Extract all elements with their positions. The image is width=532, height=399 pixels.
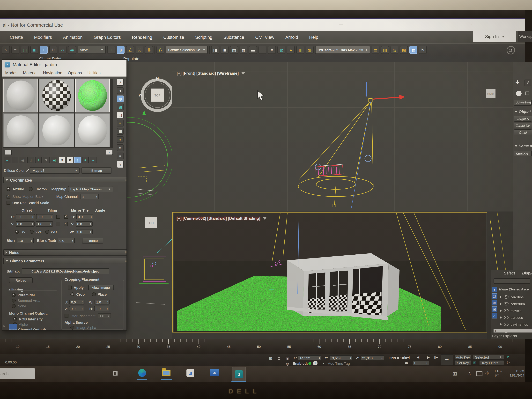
make-preview-icon[interactable]: ▦ [117, 128, 124, 135]
w-angle-field[interactable]: 0.0 [76, 229, 93, 234]
viewport-filter-icon[interactable] [241, 72, 245, 75]
layer-row[interactable]: moveis [500, 307, 532, 314]
align-icon[interactable]: ▣ [221, 46, 228, 54]
selected-key-dropdown[interactable]: Selected ▼ [473, 355, 504, 360]
create[interactable]: Create [8, 34, 24, 40]
backlight-icon[interactable]: ◍ [117, 95, 124, 102]
coordinates-rollout-header[interactable]: Coordinates ⠿ [3, 177, 127, 183]
render-setup-icon[interactable]: ◒ [287, 46, 295, 54]
go-to-start-button[interactable]: |◀◀ [404, 356, 409, 359]
expand-arrow-icon[interactable] [500, 316, 502, 319]
save-material-icon[interactable]: ▣ [51, 157, 57, 163]
visibility-eye-icon[interactable] [504, 316, 508, 319]
shapes-category-icon[interactable]: ❏ [525, 91, 529, 96]
selection-lock-icon[interactable]: ⊠ [276, 355, 282, 361]
texture-radio[interactable] [6, 187, 10, 191]
slots-scroll-up[interactable]: ∧ [117, 79, 124, 86]
clock-indicator[interactable]: 10:36 12/11/2024 [507, 368, 524, 378]
customize[interactable]: Customize [162, 34, 185, 40]
bitmap-params-rollout-header[interactable]: Bitmap Parameters ⠿ [3, 258, 127, 264]
v-mirror-checkbox[interactable] [56, 222, 60, 226]
auto-key-button[interactable]: Auto Key [454, 355, 471, 360]
ribbon-toggle-icon[interactable]: ▬ [249, 46, 257, 54]
display-geometry-icon[interactable]: ● [492, 287, 497, 292]
slots-scroll-down[interactable]: ∨ [117, 161, 124, 168]
maxscript-mini-listener-icon[interactable] [9, 324, 17, 329]
crossing-selection-icon[interactable]: ▣ [30, 46, 38, 54]
summed-area-radio[interactable] [12, 299, 16, 303]
language-indicator[interactable]: ENG PT [495, 368, 502, 378]
selection-set-dropdown[interactable]: Create Selection Se ▼ [166, 46, 208, 54]
assign-material-icon[interactable]: ◉ [19, 157, 26, 163]
background-icon[interactable]: ▩ [117, 104, 124, 110]
show-end-result-icon[interactable]: ↑ [74, 157, 81, 163]
camera-viewport[interactable] [172, 212, 487, 332]
rollout-arrow-icon[interactable] [515, 111, 517, 113]
sample-slot[interactable] [39, 79, 74, 113]
display-lights-icon[interactable]: ◎ [492, 300, 497, 305]
video-color-check-icon[interactable]: ≡ [117, 120, 124, 127]
status-side-icon-1[interactable]: ⇱ [507, 355, 510, 359]
camera-viewport-label[interactable]: [+] [Camera002] [Standard] [Default Shad… [177, 216, 267, 221]
target-dir[interactable]: Target Dir [514, 123, 532, 128]
select-and-rotate-icon[interactable]: ↻ [49, 46, 57, 54]
front-viewport-label[interactable]: [+] [Front] [Standard] [Wireframe] [177, 71, 245, 76]
new-key-button[interactable]: + [441, 354, 453, 365]
sample-type-icon[interactable]: ● [117, 87, 124, 94]
key-mode-icon[interactable]: ⚿ [473, 361, 476, 365]
real-world-checkbox[interactable] [6, 201, 10, 205]
select-and-scale-icon[interactable]: ▱ [59, 46, 66, 54]
sample-slot-grass[interactable] [75, 79, 110, 113]
x-coordinate-field[interactable]: 14,332 [298, 355, 321, 360]
material-map-navigator-icon[interactable]: ≡ [117, 152, 124, 159]
rendered-frame-icon[interactable]: ▥ [296, 46, 304, 54]
view-image-button[interactable]: View Image [88, 285, 114, 290]
layer-manager-icon[interactable]: ▦ [240, 46, 247, 54]
touch-keyboard-icon[interactable]: ▦ [452, 370, 457, 376]
layer-row[interactable]: caixilhos [500, 293, 532, 300]
show-map-in-viewport-icon[interactable]: ◙ [66, 157, 73, 163]
u-angle-field[interactable]: 0.0 [76, 214, 93, 219]
eyedropper-icon[interactable] [26, 169, 29, 172]
tray-expand-chevron-icon[interactable]: ∧ [468, 371, 471, 375]
layer-row[interactable]: pavimentos [500, 321, 532, 328]
material-editor-titlebar[interactable]: ● Material Editor - jardim — · [2, 60, 127, 70]
select[interactable]: Select [504, 271, 515, 275]
light-type-dropdown[interactable]: Standard [514, 100, 532, 106]
reset-map-icon[interactable]: ▯ [27, 157, 34, 163]
blur-field[interactable]: 1.0 [16, 238, 33, 243]
set-key-button[interactable]: Set Key [454, 360, 471, 365]
sample-slot[interactable] [3, 114, 38, 147]
crop-u-field[interactable]: 0.0 [70, 300, 84, 304]
crop-v-field[interactable]: 0.0 [69, 306, 84, 311]
show-map-checkbox[interactable] [6, 195, 10, 198]
left-viewport[interactable]: LEFT [126, 211, 172, 339]
taskbar-search-box[interactable]: earch [0, 368, 35, 379]
layer-row[interactable]: paredes [500, 314, 532, 321]
add-time-tag[interactable]: Add Time Tag [328, 361, 350, 365]
create-tab-icon[interactable]: + [515, 78, 519, 87]
map-channel-field[interactable]: 1 [81, 194, 99, 199]
rollout-arrow-icon[interactable] [515, 145, 517, 147]
export-scene-icon[interactable]: ▧ [400, 46, 408, 54]
top-viewport[interactable]: TOP N W E [126, 62, 172, 211]
previous-frame-button[interactable]: ◀|| [417, 356, 420, 359]
rendering[interactable]: Rendering [131, 34, 153, 40]
v-angle-field[interactable]: 0.0 [76, 221, 93, 227]
snaps-toggle-icon[interactable]: 3 [117, 46, 125, 54]
mapping-dropdown[interactable]: Explicit Map Channel ▼ [68, 186, 113, 192]
slots-scroll-right[interactable]: › [106, 150, 113, 155]
select-and-place-icon[interactable]: ◉ [68, 46, 76, 54]
close-icon[interactable]: · [471, 21, 473, 26]
crop-radio[interactable] [70, 292, 74, 296]
key-step-toggle[interactable]: ◀▶ [404, 361, 409, 364]
noise-rollout-header[interactable]: Noise ⠿ [3, 249, 127, 256]
make-unique-icon[interactable]: + [35, 157, 42, 163]
u-offset-field[interactable]: 0.0 [16, 214, 35, 219]
sample-slot[interactable] [75, 114, 110, 147]
v-tile-checkbox[interactable] [64, 222, 68, 226]
expand-arrow-icon[interactable] [500, 296, 502, 298]
substance[interactable]: Substance [222, 34, 246, 40]
enabled-indicator[interactable] [308, 362, 311, 365]
rect-selection-region-icon[interactable]: ▢ [21, 46, 29, 54]
